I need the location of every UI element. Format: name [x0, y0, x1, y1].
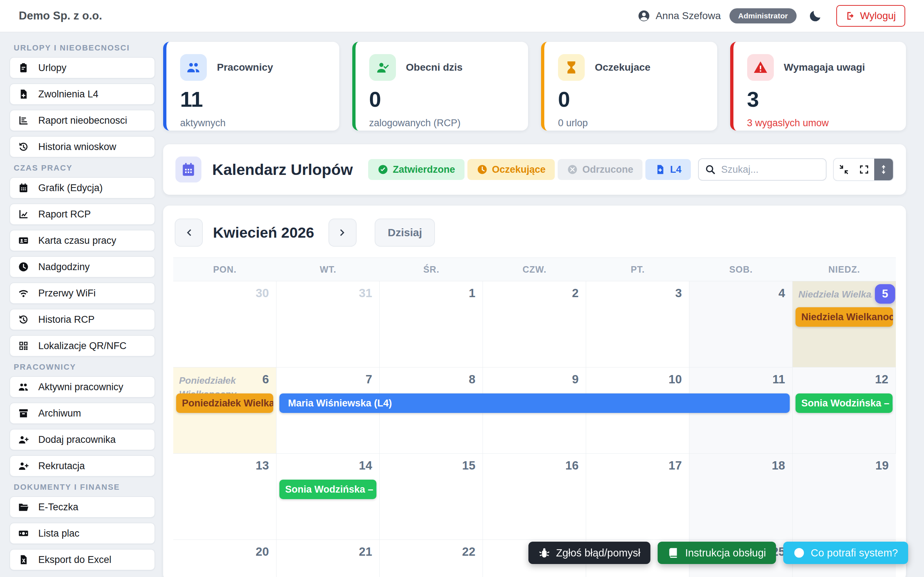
filter-chip-l4[interactable]: L4 — [645, 159, 691, 180]
calendar-day-19[interactable]: 19 — [793, 454, 896, 540]
calendar-day-21[interactable]: 21 — [276, 540, 380, 577]
day-of-week-label: WT. — [276, 258, 380, 281]
calendar-day-22[interactable]: 22 — [380, 540, 483, 577]
fab-instrukcja-obs-ugi[interactable]: Instrukcja obsługi — [657, 542, 776, 564]
question-icon — [793, 547, 805, 559]
fab-label: Co potrafi system? — [811, 547, 898, 559]
next-month-button[interactable] — [328, 219, 357, 247]
user-menu[interactable]: Anna Szefowa — [637, 10, 721, 23]
compress-icon — [838, 164, 849, 175]
calendar-day-3[interactable]: 3 — [586, 281, 690, 367]
dark-mode-toggle-moon-icon[interactable] — [809, 10, 822, 23]
user-avatar-icon — [637, 10, 650, 23]
filter-chip-oczekuj-ce[interactable]: Oczekujące — [467, 159, 555, 180]
day-number: 14 — [359, 459, 372, 472]
sidebar-item-lista-plac[interactable]: Lista plac — [10, 522, 155, 544]
sidebar-item-raport-nieobecnosci[interactable]: Raport nieobecnosci — [10, 110, 155, 131]
chart-bars-icon — [18, 115, 29, 126]
sidebar-item-raport-rcp[interactable]: Raport RCP — [10, 203, 155, 225]
stat-title: Wymagaja uwagi — [784, 62, 865, 73]
day-number: 19 — [875, 459, 888, 472]
fab-zg-o-b-d-pomys[interactable]: Zgłoś błąd/pomysł — [528, 542, 650, 564]
search-input[interactable] — [698, 158, 827, 181]
tool-button-compress[interactable] — [834, 159, 854, 180]
sidebar-item-archiwum[interactable]: Archiwum — [10, 403, 155, 424]
filter-chip-odrzucone[interactable]: Odrzucone — [558, 159, 643, 180]
chevron-left-icon — [183, 227, 194, 238]
sidebar-item-label: Przerwy WiFi — [38, 288, 96, 299]
day-number: 2 — [572, 286, 578, 300]
chevron-right-icon — [337, 227, 348, 238]
sidebar-item-historia-wnioskow[interactable]: Historia wnioskow — [10, 136, 155, 158]
stats-row: Pracownicy11aktywnychObecni dzis0zalogow… — [163, 42, 906, 131]
day-number: 3 — [675, 286, 682, 300]
sidebar-item-label: Grafik (Edycja) — [38, 182, 103, 193]
calendar-day-17[interactable]: 17 — [586, 454, 690, 540]
sidebar-item-label: Historia wnioskow — [38, 141, 116, 153]
sidebar-item-grafik-edycja[interactable]: Grafik (Edycja) — [10, 177, 155, 199]
sidebar-item-rekrutacja[interactable]: Rekrutacja — [10, 455, 155, 477]
calendar-week-row: Poniedziałek Wielkanocny6Poniedziałek Wi… — [173, 367, 896, 454]
sidebar-item-e-teczka[interactable]: E-Teczka — [10, 496, 155, 518]
logout-button[interactable]: Wyloguj — [836, 5, 905, 27]
filter-chip-zatwierdzone[interactable]: Zatwierdzone — [368, 159, 465, 180]
calendar-day-31[interactable]: 31 — [276, 281, 380, 367]
sidebar-item-eksport-do-excel[interactable]: Eksport do Excel — [10, 549, 155, 571]
user-check-icon — [375, 60, 390, 75]
prev-month-button[interactable] — [175, 219, 203, 247]
x-circle-icon — [567, 164, 578, 175]
day-number: 10 — [669, 372, 682, 386]
sidebar-item-karta-czasu-pracy[interactable]: Karta czasu pracy — [10, 230, 155, 251]
calendar-icon — [18, 182, 29, 193]
user-plus-icon — [18, 461, 29, 471]
search — [698, 158, 827, 181]
tool-button-expand[interactable] — [854, 159, 874, 180]
sidebar-item-zwolnienia-l4[interactable]: Zwolnienia L4 — [10, 83, 155, 105]
day-of-week-label: CZW. — [483, 258, 586, 281]
calendar-day-15[interactable]: 15 — [380, 454, 483, 540]
day-number: 17 — [669, 459, 682, 472]
sidebar-item-label: Nadgodziny — [38, 261, 90, 272]
calendar-day-1[interactable]: 1 — [380, 281, 483, 367]
check-circle-icon — [378, 164, 388, 175]
calendar-day-5[interactable]: Niedziela Wielkanocna5Niedziela Wielkano… — [793, 281, 896, 367]
role-badge: Administrator — [729, 8, 796, 23]
today-button[interactable]: Dzisiaj — [375, 219, 435, 247]
fab-label: Zgłoś błąd/pomysł — [556, 547, 640, 559]
stat-title: Pracownicy — [217, 62, 273, 73]
sidebar-item-lokalizacje-qr-nfc[interactable]: Lokalizacje QR/NFC — [10, 335, 155, 357]
calendar-day-13[interactable]: 13 — [173, 454, 276, 540]
calendar-day-18[interactable]: 18 — [690, 454, 793, 540]
stat-title: Obecni dzis — [406, 62, 463, 73]
stat-value: 0 — [369, 89, 515, 110]
fab-co-potrafi-system[interactable]: Co potrafi system? — [783, 542, 908, 564]
filter-chip-label: L4 — [670, 164, 682, 175]
event-pill[interactable]: Sonia Wodzińska – Urlop — [795, 393, 893, 413]
calendar-day-4[interactable]: 4 — [690, 281, 793, 367]
event-pill[interactable]: Niedziela Wielkanocna — [795, 307, 893, 327]
tool-button-v-arrows[interactable] — [874, 159, 893, 180]
day-number: 31 — [359, 286, 372, 300]
event-pill[interactable]: Sonia Wodzińska – Urlop — [279, 480, 376, 499]
calendar-day-20[interactable]: 20 — [173, 540, 276, 577]
sidebar-item-label: Karta czasu pracy — [38, 235, 116, 246]
sidebar-item-historia-rcp[interactable]: Historia RCP — [10, 309, 155, 330]
calendar-day-16[interactable]: 16 — [483, 454, 586, 540]
calendar-day-12[interactable]: 12Sonia Wodzińska – Urlop — [793, 367, 896, 453]
sidebar-item-aktywni-pracownicy[interactable]: Aktywni pracownicy — [10, 376, 155, 398]
day-number: 4 — [779, 286, 785, 300]
calendar-day-14[interactable]: 14Sonia Wodzińska – Urlop — [276, 454, 380, 540]
sidebar-item-przerwy-wifi[interactable]: Przerwy WiFi — [10, 282, 155, 304]
logout-icon — [846, 11, 856, 21]
event-pill[interactable]: Poniedziałek Wielkanocny — [176, 393, 273, 413]
event-bar[interactable]: Maria Wiśniewska (L4) — [279, 393, 790, 413]
calendar-nav: Kwiecień 2026 Dzisiaj — [173, 216, 896, 247]
calendar-day-6[interactable]: Poniedziałek Wielkanocny6Poniedziałek Wi… — [173, 367, 276, 453]
sidebar-item-nadgodziny[interactable]: Nadgodziny — [10, 256, 155, 278]
calendar-title-icon — [175, 156, 201, 182]
sidebar-item-urlopy[interactable]: Urlopy — [10, 57, 155, 79]
hourglass-icon — [564, 60, 578, 75]
calendar-day-30[interactable]: 30 — [173, 281, 276, 367]
calendar-day-2[interactable]: 2 — [483, 281, 586, 367]
sidebar-item-dodaj-pracownika[interactable]: Dodaj pracownika — [10, 429, 155, 450]
